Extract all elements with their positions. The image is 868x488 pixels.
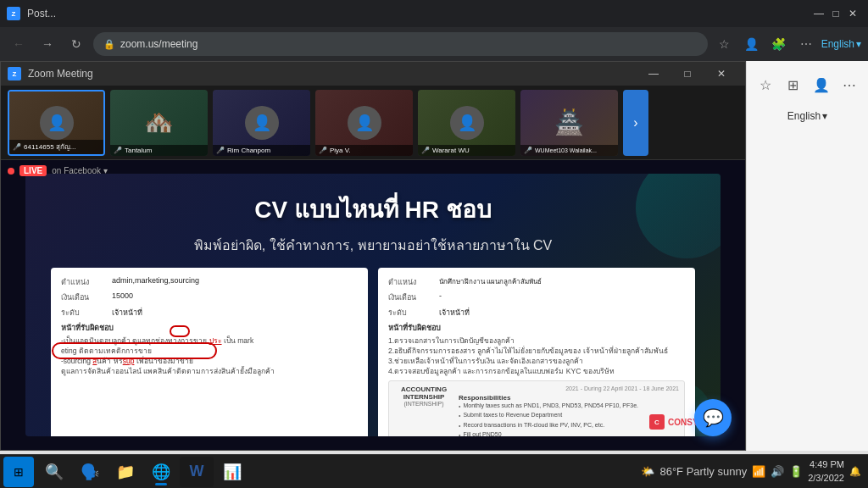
cv-salary-label: เงินเดือน xyxy=(61,291,112,303)
taskbar-clock[interactable]: 4:49 PM 2/3/2022 xyxy=(808,458,844,485)
taskbar-apps: 🔍 🗣️ 📁 🌐 W 📊 xyxy=(37,457,249,487)
back-btn[interactable]: ← xyxy=(7,32,31,56)
taskbar-excel-btn[interactable]: 📊 xyxy=(215,457,249,487)
browser-actions: ☆ 👤 🧩 ⋯ English ▾ xyxy=(713,32,861,56)
taskbar-search-btn[interactable]: 🔍 xyxy=(37,457,71,487)
right-panel-english-btn[interactable]: English ▾ xyxy=(782,107,832,125)
cv-duties-label: หน้าที่รับผิดชอบ xyxy=(61,322,358,334)
cv-right-salary-label: เงินเดือน xyxy=(388,291,439,303)
participant-tile-5[interactable]: 👤 🎤 Wararat WU xyxy=(418,90,515,156)
facebook-dropdown-icon[interactable]: ▾ xyxy=(103,166,108,175)
more-btn[interactable]: ⋯ xyxy=(794,32,818,56)
cv-right-position-label: ตำแหน่ง xyxy=(388,276,439,288)
weather-icon: 🌤️ xyxy=(641,465,654,478)
participant-strip: 👤 🎤 64114655 สุกัญ... 🏘️ 🎤 Tantalum xyxy=(1,86,745,160)
cv-right-position-row: ตำแหน่ง นักศึกษาฝึกงาน แผนกลูกค้าสัมพันธ… xyxy=(388,276,685,288)
start-button[interactable]: ⊞ xyxy=(3,457,34,487)
cv-right-level-value: เจ้าหน้าที่ xyxy=(439,307,470,319)
mic-icon-2: 🎤 xyxy=(114,147,122,154)
cv-right-salary-row: เงินเดือน - xyxy=(388,291,685,303)
accounting-bullets: •Monthly taxes such as PND1, PND3, PND53… xyxy=(459,402,679,436)
participant-name-bar-6: 🎤 WUMeet103 Walailak... xyxy=(520,145,618,156)
participant-tile-1[interactable]: 👤 🎤 64114655 สุกัญ... xyxy=(8,90,105,156)
accounting-date: 2021 - During 22 April 2021 - 18 June 20… xyxy=(459,385,679,391)
participant-avatar-3: 👤 xyxy=(245,106,279,140)
zoom-close-btn[interactable]: ✕ xyxy=(704,62,738,86)
battery-icon: 🔋 xyxy=(789,465,803,478)
profile-btn[interactable]: 👤 xyxy=(740,32,764,56)
cv-position-row: ตำแหน่ง admin,marketing,sourcing xyxy=(61,276,358,288)
language-btn[interactable]: English ▾ xyxy=(821,38,861,50)
presentation-area: LIVE on Facebook ▾ CV แบบไหนที่ HR ชอบ พ… xyxy=(1,160,745,450)
bullet-1: •Monthly taxes such as PND1, PND3, PND53… xyxy=(459,402,679,412)
refresh-btn[interactable]: ↻ xyxy=(64,32,88,56)
right-panel-profile-icon[interactable]: 👤 xyxy=(810,71,833,98)
extensions-btn[interactable]: 🧩 xyxy=(767,32,791,56)
chat-bubble-btn[interactable]: 💬 xyxy=(694,399,732,436)
taskbar-chat-btn[interactable]: 🗣️ xyxy=(73,457,107,487)
participant-name-bar-2: 🎤 Tantalum xyxy=(110,145,208,156)
taskbar-word-btn[interactable]: W xyxy=(180,457,214,487)
address-bar[interactable]: 🔒 zoom.us/meeting xyxy=(93,32,708,56)
browser-close-btn[interactable]: ✕ xyxy=(844,5,861,22)
url-text: zoom.us/meeting xyxy=(120,38,198,50)
browser-minimize-btn[interactable]: — xyxy=(810,5,827,22)
bullet-2: •Submit taxes to Revenue Department xyxy=(459,411,679,421)
taskbar-left: ⊞ 🔍 🗣️ 📁 🌐 W 📊 xyxy=(0,457,249,487)
speaker-icon[interactable]: 🔊 xyxy=(771,465,784,478)
accounting-title: ACCOUNTING INTERNSHIP xyxy=(394,385,453,401)
slide-decoration-top xyxy=(636,174,721,258)
network-icon[interactable]: 📶 xyxy=(752,465,765,478)
forward-btn[interactable]: → xyxy=(36,32,59,56)
taskbar-explorer-btn[interactable]: 📁 xyxy=(108,457,142,487)
right-panel-more-icon[interactable]: ⋯ xyxy=(838,71,861,98)
cv-right-duty2: 2.อธิบดีกิจกรรมการอธงสาร ลูกค้าไม่ให้ไม่… xyxy=(388,347,685,357)
cv-card-left: ตำแหน่ง admin,marketing,sourcing เงินเดื… xyxy=(51,268,368,436)
participant-name-2: Tantalum xyxy=(125,147,152,154)
cv-right-duty3: 3.ช่วยเหลือเจ้าหน้าที่ในการรับเงิน และจั… xyxy=(388,357,685,367)
cv-position-label: ตำแหน่ง xyxy=(61,276,112,288)
zoom-restore-btn[interactable]: □ xyxy=(670,62,704,86)
participant-name-1: 64114655 สุกัญ... xyxy=(24,141,75,152)
taskbar: ⊞ 🔍 🗣️ 📁 🌐 W 📊 🌤️ 86°F Partly sunny 📶 🔊 … xyxy=(0,454,868,488)
browser-maximize-btn[interactable]: □ xyxy=(827,5,844,22)
participants-next-btn[interactable]: › xyxy=(623,90,648,156)
right-panel-english-label: English xyxy=(787,110,821,122)
cv-position-value: admin,marketing,sourcing xyxy=(112,276,199,288)
taskbar-time: 4:49 PM xyxy=(808,458,844,471)
taskbar-system-icons: 🌤️ 86°F Partly sunny 📶 🔊 🔋 xyxy=(641,465,803,478)
participant-name-6: WUMeet103 Walailak... xyxy=(535,147,597,153)
right-panel-star-icon[interactable]: ☆ xyxy=(754,71,776,98)
cv-salary-row: เงินเดือน 15000 xyxy=(61,291,358,303)
slide-container: CV แบบไหนที่ HR ชอบ พิมพ์อย่าผิด, ใช้คำท… xyxy=(25,174,721,436)
slide-title: CV แบบไหนที่ HR ชอบ xyxy=(254,191,492,228)
browser-titlebar: Z Post... — □ ✕ xyxy=(0,0,868,27)
mic-icon-1: 🎤 xyxy=(13,143,21,151)
participant-avatar-5: 👤 xyxy=(450,106,484,140)
notifications-icon[interactable]: 🔔 xyxy=(849,466,861,477)
consync-icon: C xyxy=(649,414,665,430)
zoom-titlebar: Z Zoom Meeting — □ ✕ xyxy=(1,62,745,86)
cv-right-position-value: นักศึกษาฝึกงาน แผนกลูกค้าสัมพันธ์ xyxy=(439,276,542,288)
right-panel-grid-icon[interactable]: ⊞ xyxy=(782,71,804,98)
browser-tab-title: Post... xyxy=(27,8,804,19)
taskbar-browser-btn[interactable]: 🌐 xyxy=(144,457,178,487)
cv-level-value: เจ้าหน้าที่ xyxy=(112,307,142,319)
participant-name-bar-1: 🎤 64114655 สุกัญ... xyxy=(9,140,103,154)
mic-icon-4: 🎤 xyxy=(319,147,327,154)
cv-right-level-row: ระดับ เจ้าหน้าที่ xyxy=(388,307,685,319)
zoom-minimize-btn[interactable]: — xyxy=(637,62,670,86)
browser-chrome: ← → ↻ 🔒 zoom.us/meeting ☆ 👤 🧩 ⋯ English … xyxy=(0,27,868,61)
zoom-favicon: Z xyxy=(7,7,20,20)
participant-tile-4[interactable]: 👤 🎤 Piya V. xyxy=(315,90,413,156)
participant-name-bar-4: 🎤 Piya V. xyxy=(315,145,413,156)
right-panel-top: ☆ ⊞ 👤 ⋯ xyxy=(754,68,861,102)
bullet-4: •Fill out PND50 xyxy=(459,430,679,436)
participant-tile-2[interactable]: 🏘️ 🎤 Tantalum xyxy=(110,90,208,156)
recording-dot xyxy=(8,168,14,175)
bookmark-btn[interactable]: ☆ xyxy=(713,32,737,56)
participant-avatar-1: 👤 xyxy=(40,106,74,140)
participant-tile-6[interactable]: 🏯 🎤 WUMeet103 Walailak... xyxy=(520,90,618,156)
participant-name-4: Piya V. xyxy=(330,147,351,154)
participant-tile-3[interactable]: 👤 🎤 Rim Chanpom xyxy=(213,90,310,156)
